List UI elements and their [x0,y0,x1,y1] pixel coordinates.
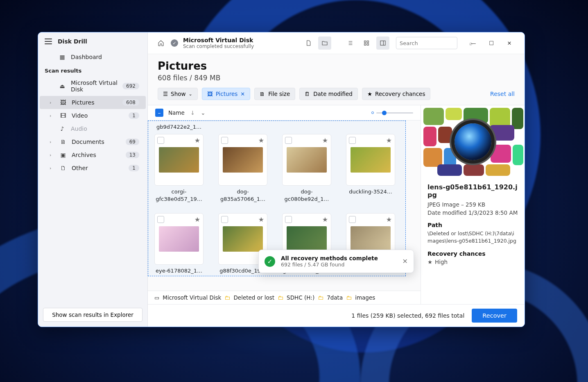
home-button[interactable] [154,36,167,50]
thumbnail-checkbox[interactable] [157,216,164,223]
sidebar-item-documents[interactable]: › 🗎 Documents 69 [40,135,146,148]
select-toggle[interactable]: – [155,109,163,117]
sort-arrow-icon[interactable]: ↓ [190,109,195,116]
svg-rect-2 [364,43,366,45]
star-icon: ★ [427,259,432,265]
filter-recovery-chances[interactable]: ★ Recovery chances [362,88,431,100]
thumbnail-name [218,124,267,130]
sidebar-section-label: Scan results [38,64,147,76]
sidebar-item-video[interactable]: › 🎞 Video 1 [40,109,146,122]
chevron-right-icon: › [50,113,54,118]
footer-bar: 1 files (259 KB) selected, 692 files tot… [148,304,525,327]
thumbnail-image [223,147,263,173]
thumbnail-card[interactable]: ★corgi-gfc38e0d57_19… [154,134,204,202]
disk-icon: ⏏ [59,83,66,89]
favorite-icon[interactable]: ★ [258,216,264,223]
thumbnail-card[interactable]: ★dog-gc080be92d_1… [282,134,331,202]
sidebar-item-dashboard[interactable]: ▦ Dashboard [40,50,146,64]
chevron-right-icon: › [50,166,54,171]
file-size-icon: 🗎 [260,91,265,97]
breadcrumb-item[interactable]: Deleted or lost [233,294,274,301]
toast-close-button[interactable]: ✕ [403,257,408,265]
thumbnail-checkbox[interactable] [349,137,356,144]
zoom-handle[interactable] [382,111,387,115]
thumbnail-checkbox[interactable] [349,216,356,223]
thumbnail-image [287,226,327,252]
menu-icon[interactable] [45,39,52,44]
thumbnail-checkbox[interactable] [285,216,292,223]
svg-rect-1 [367,41,369,43]
top-toolbar: ✓ Microsoft Virtual Disk Scan completed … [148,32,525,54]
thumbnail-checkbox[interactable] [157,137,164,144]
detail-chances-label: Recovery chances [427,250,518,257]
favorite-icon[interactable]: ★ [386,136,392,144]
grid-view-button[interactable] [360,36,373,50]
favorite-icon[interactable]: ★ [194,136,200,144]
search-input[interactable] [400,40,469,46]
remove-filter-icon[interactable]: ✕ [240,91,245,97]
sidebar-item-other[interactable]: › 🗋 Other 1 [40,161,146,175]
detail-meta-type: JPEG Image – 259 KB [427,201,518,208]
breadcrumb-item[interactable]: SDHC (H:) [287,294,314,301]
chevron-right-icon: › [50,152,54,158]
thumbnail-card[interactable]: ★duckling-3524… [346,134,395,202]
reset-all-button[interactable]: Reset all [490,91,515,97]
selection-status: 1 files (259 KB) selected, 692 files tot… [351,312,464,319]
favorite-icon[interactable]: ★ [322,216,328,223]
thumbnail-name: eye-6178082_1… [154,267,204,275]
breadcrumb-item[interactable]: images [355,294,375,301]
folder-view-button[interactable] [318,36,331,50]
filter-date-modified[interactable]: 🗓 Date modified [299,88,358,100]
thumbnail-checkbox[interactable] [221,216,228,223]
thumbnail-image [351,147,391,173]
show-in-explorer-button[interactable]: Show scan results in Explorer [43,308,142,322]
preview-image [421,105,525,177]
sidebar-item-archives[interactable]: › ▣ Archives 13 [40,148,146,161]
thumbnail-image [351,226,391,252]
favorite-icon[interactable]: ★ [194,216,200,223]
thumbnail-image [223,226,263,252]
sidebar-item-audio[interactable]: ♪ Audio [40,122,146,135]
chevron-right-icon: › [50,100,54,105]
thumbnail-card[interactable]: ★dog-g835a57066_1… [218,134,267,202]
app-name: Disk Drill [58,38,87,45]
sidebar-item-pictures[interactable]: › 🖼 Pictures 608 [40,96,146,109]
folder-icon: 🗀 [318,294,323,301]
sidebar: Disk Drill ▦ Dashboard Scan results ⏏ Mi… [38,32,148,327]
page-header: Pictures 608 files / 849 MB [148,54,525,86]
filter-bar: ☰ Show ⌄ 🖼 Pictures ✕ 🗎 File size 🗓 Date… [148,86,525,105]
thumbnail-name: duckling-3524… [346,188,395,196]
show-menu[interactable]: ☰ Show ⌄ [158,88,198,100]
filter-file-size[interactable]: 🗎 File size [254,88,295,100]
other-icon: 🗋 [59,165,67,171]
list-view-button[interactable] [344,36,357,50]
minimize-button[interactable]: — [465,36,482,50]
list-icon [347,40,353,46]
search-box[interactable]: ⌕ [396,37,457,49]
thumbnail-card[interactable]: ★eye-6178082_1… [154,213,204,275]
breadcrumb-item[interactable]: 7data [327,294,343,301]
pictures-icon: 🖼 [207,91,213,97]
calendar-icon: 🗓 [305,91,310,97]
folder-icon: 🗀 [224,294,230,301]
recover-button[interactable]: Recover [472,309,517,323]
filter-chip-pictures[interactable]: 🖼 Pictures ✕ [202,88,250,100]
maximize-button[interactable]: ☐ [483,36,500,50]
column-name[interactable]: Name [168,109,185,116]
breadcrumb-item[interactable]: Microsoft Virtual Disk [163,294,221,301]
grid-icon [363,40,370,46]
sidebar-item-disk[interactable]: ⏏ Microsoft Virtual Disk 692 [40,76,146,96]
favorite-icon[interactable]: ★ [322,136,328,144]
thumbnail-checkbox[interactable] [285,137,292,144]
split-view-button[interactable] [376,36,389,50]
thumbnail-checkbox[interactable] [221,137,228,144]
close-button[interactable]: ✕ [501,36,518,50]
toast-notification: ✓ All recovery methods complete 692 file… [258,250,414,273]
thumbnail-image [287,147,327,173]
zoom-slider[interactable] [371,111,413,114]
column-menu-icon[interactable]: ⌄ [201,109,205,116]
file-view-button[interactable] [302,36,315,50]
scan-complete-icon: ✓ [171,39,178,47]
favorite-icon[interactable]: ★ [386,216,392,223]
favorite-icon[interactable]: ★ [258,136,264,144]
